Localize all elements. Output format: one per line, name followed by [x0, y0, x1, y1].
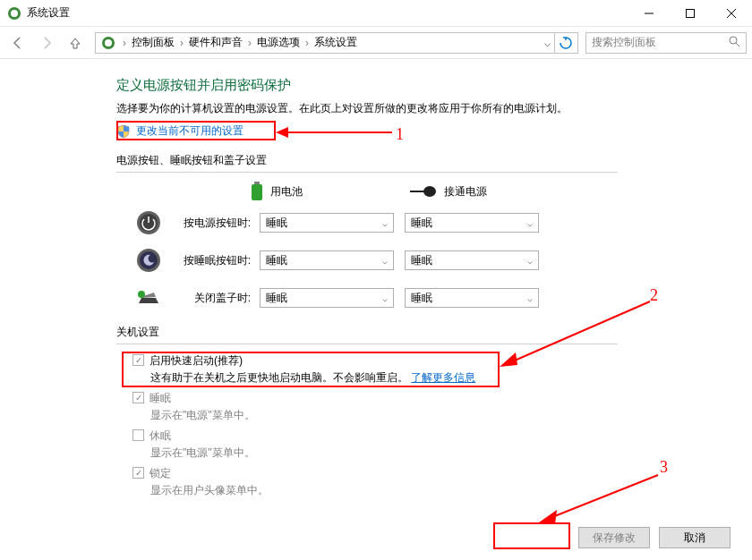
maximize-button[interactable]	[670, 0, 711, 27]
change-settings-link[interactable]: 更改当前不可用的设置	[136, 123, 244, 139]
cb-fast-startup-label: 启用快速启动(推荐)	[150, 353, 243, 369]
annotation-number-2: 2	[650, 286, 658, 305]
chevron-right-icon: ›	[176, 37, 187, 49]
svg-rect-11	[252, 184, 262, 200]
svg-rect-3	[687, 9, 695, 17]
chevron-down-icon: ⌵	[382, 256, 388, 266]
save-button[interactable]: 保存修改	[578, 527, 650, 548]
dropdown-lid-battery[interactable]: 睡眠 ⌵	[260, 288, 394, 308]
dropdown-power-battery[interactable]: 睡眠 ⌵	[260, 213, 394, 233]
close-button[interactable]	[711, 0, 752, 27]
divider	[116, 172, 618, 173]
section-shutdown-title: 关机设置	[116, 325, 752, 340]
row-power-button-label: 按电源按钮时:	[170, 216, 251, 231]
battery-icon	[251, 182, 263, 201]
dropdown-power-ac[interactable]: 睡眠 ⌵	[405, 213, 539, 233]
dropdown-sleep-battery[interactable]: 睡眠 ⌵	[260, 250, 394, 270]
chevron-down-icon: ⌵	[527, 293, 533, 303]
minimize-button[interactable]	[628, 0, 670, 27]
dropdown-sleep-ac[interactable]: 睡眠 ⌵	[405, 250, 539, 270]
svg-point-18	[138, 291, 145, 298]
cb-hibernate-label: 休眠	[150, 428, 171, 444]
search-placeholder: 搜索控制面板	[592, 35, 656, 50]
checkbox-hibernate[interactable]	[132, 429, 144, 441]
checkbox-fast-startup[interactable]: ✓	[132, 354, 144, 366]
cb-lock-desc: 显示在用户头像菜单中。	[150, 483, 752, 498]
breadcrumb-dropdown[interactable]: ⌵	[540, 37, 554, 49]
svg-point-1	[11, 10, 18, 17]
row-close-lid-label: 关闭盖子时:	[170, 291, 251, 306]
chevron-right-icon: ›	[119, 37, 130, 49]
row-sleep-button-label: 按睡眠按钮时:	[170, 253, 251, 268]
chevron-down-icon: ⌵	[527, 218, 533, 228]
section-buttons-title: 电源按钮、睡眠按钮和盖子设置	[116, 153, 752, 168]
svg-point-8	[730, 37, 737, 44]
svg-point-12	[423, 186, 436, 197]
chevron-right-icon: ›	[244, 37, 255, 49]
checkbox-sleep[interactable]: ✓	[132, 392, 144, 403]
breadcrumb-seg-4[interactable]: 系统设置	[312, 35, 359, 50]
laptop-lid-icon	[136, 285, 161, 310]
plug-icon	[410, 185, 437, 198]
cb-fast-startup-desc: 这有助于在关机之后更快地启动电脑。不会影响重启。	[150, 371, 408, 384]
col-ac-label: 接通电源	[444, 184, 487, 199]
annotation-number-1: 1	[396, 125, 404, 144]
breadcrumb-icon	[101, 36, 115, 50]
chevron-down-icon: ⌵	[527, 256, 533, 266]
cb-sleep-desc: 显示在"电源"菜单中。	[150, 408, 752, 423]
col-battery-label: 用电池	[270, 184, 303, 199]
cb-sleep-label: 睡眠	[150, 391, 171, 406]
learn-more-link[interactable]: 了解更多信息	[411, 371, 475, 384]
nav-back-button[interactable]	[5, 30, 30, 55]
chevron-down-icon: ⌵	[382, 218, 388, 228]
checkbox-lock[interactable]: ✓	[132, 467, 144, 479]
breadcrumb[interactable]: › 控制面板 › 硬件和声音 › 电源选项 › 系统设置 ⌵	[95, 32, 578, 54]
sleep-button-icon	[136, 248, 161, 273]
page-heading: 定义电源按钮并启用密码保护	[116, 77, 752, 94]
divider	[116, 344, 618, 344]
cancel-button[interactable]: 取消	[659, 527, 731, 548]
svg-line-9	[736, 43, 739, 47]
breadcrumb-seg-2[interactable]: 硬件和声音	[187, 35, 244, 50]
annotation-number-3: 3	[660, 458, 668, 477]
window-title: 系统设置	[27, 5, 628, 21]
dropdown-lid-ac[interactable]: 睡眠 ⌵	[405, 288, 539, 308]
svg-point-7	[105, 39, 112, 47]
page-subtext: 选择要为你的计算机设置的电源设置。在此页上对设置所做的更改将应用于你所有的电源计…	[116, 101, 752, 116]
svg-rect-10	[254, 182, 260, 184]
chevron-right-icon: ›	[302, 37, 312, 49]
shield-icon	[116, 124, 131, 139]
refresh-button[interactable]	[554, 33, 576, 53]
app-icon	[7, 6, 21, 21]
nav-up-button[interactable]	[63, 30, 88, 55]
search-icon	[728, 35, 740, 50]
nav-forward-button[interactable]	[34, 30, 59, 55]
breadcrumb-seg-1[interactable]: 控制面板	[130, 35, 176, 50]
power-button-icon	[136, 210, 161, 235]
cb-lock-label: 锁定	[150, 466, 171, 481]
chevron-down-icon: ⌵	[382, 293, 388, 303]
breadcrumb-seg-3[interactable]: 电源选项	[255, 35, 302, 50]
search-input[interactable]: 搜索控制面板	[585, 32, 747, 54]
